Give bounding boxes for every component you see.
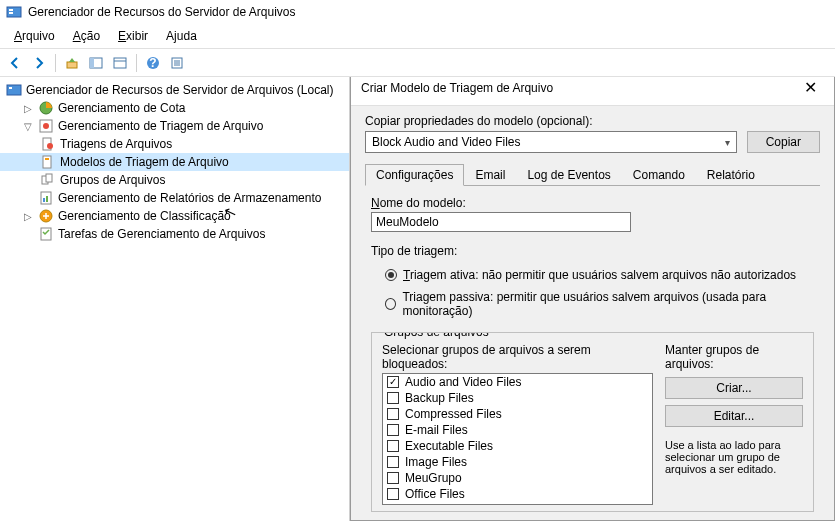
checkbox[interactable] xyxy=(387,488,399,500)
expand-icon[interactable]: ▷ xyxy=(22,211,34,222)
checkbox[interactable] xyxy=(387,408,399,420)
edit-hint: Use a lista ao lado para selecionar um g… xyxy=(665,439,803,475)
app-icon xyxy=(6,4,22,20)
copy-label: Copiar propriedades do modelo (opcional)… xyxy=(365,114,820,128)
name-label: Nome do modelo: xyxy=(371,196,814,210)
tab-email[interactable]: Email xyxy=(464,164,516,186)
checkbox[interactable] xyxy=(387,376,399,388)
server-icon xyxy=(6,82,22,98)
tree-root[interactable]: Gerenciador de Recursos de Servidor de A… xyxy=(0,81,349,99)
svg-rect-24 xyxy=(46,174,52,182)
dialog-body: Copiar propriedades do modelo (opcional)… xyxy=(351,106,834,520)
menu-file[interactable]: Arquivo xyxy=(6,26,63,46)
expand-icon[interactable]: ▷ xyxy=(22,103,34,114)
filegroup-label: Backup Files xyxy=(405,391,474,405)
tree-relatorios-label: Gerenciamento de Relatórios de Armazenam… xyxy=(58,191,321,205)
screen-icon xyxy=(38,118,54,134)
tree-grupos[interactable]: Grupos de Arquivos xyxy=(0,171,349,189)
filegroup-label: Audio and Video Files xyxy=(405,375,522,389)
tree-relatorios[interactable]: Gerenciamento de Relatórios de Armazenam… xyxy=(0,189,349,207)
radio-active-row[interactable]: Triagem ativa: não permitir que usuários… xyxy=(385,268,814,282)
checkbox[interactable] xyxy=(387,440,399,452)
create-group-button[interactable]: Criar... xyxy=(665,377,803,399)
svg-rect-2 xyxy=(9,12,13,14)
checkbox[interactable] xyxy=(387,424,399,436)
template-name-input[interactable] xyxy=(371,212,631,232)
tree-quota-label: Gerenciamento de Cota xyxy=(58,101,185,115)
filegroup-item[interactable]: Executable Files xyxy=(383,438,652,454)
radio-passive[interactable] xyxy=(385,298,396,310)
tree-modelos[interactable]: Modelos de Triagem de Arquivo xyxy=(0,153,349,171)
maintain-label: Manter grupos de arquivos: xyxy=(665,343,803,371)
tree-quota[interactable]: ▷ Gerenciamento de Cota xyxy=(0,99,349,117)
filegroup-item[interactable]: E-mail Files xyxy=(383,422,652,438)
forward-button[interactable] xyxy=(28,52,50,74)
checkbox[interactable] xyxy=(387,392,399,404)
dialog-titlebar: Criar Modelo de Triagem de Arquivo ✕ xyxy=(351,77,834,106)
window-titlebar: Gerenciador de Recursos do Servidor de A… xyxy=(0,0,835,24)
svg-rect-15 xyxy=(9,87,12,89)
tree-tarefas[interactable]: Tarefas de Gerenciamento de Arquivos xyxy=(0,225,349,243)
filegroups-list[interactable]: Audio and Video Files Backup Files Compr… xyxy=(382,373,653,505)
groups-select-label: Selecionar grupos de arquivos a serem bl… xyxy=(382,343,653,371)
tab-config[interactable]: Configurações xyxy=(365,164,464,186)
copy-row: Block Audio and Video Files Copiar xyxy=(365,131,820,153)
filegroup-label: Executable Files xyxy=(405,439,493,453)
copy-template-select[interactable]: Block Audio and Video Files xyxy=(365,131,737,153)
tab-log[interactable]: Log de Eventos xyxy=(516,164,621,186)
tab-comando[interactable]: Comando xyxy=(622,164,696,186)
copy-button[interactable]: Copiar xyxy=(747,131,820,153)
filegroups-left: Selecionar grupos de arquivos a serem bl… xyxy=(382,343,653,505)
tree-root-label: Gerenciador de Recursos de Servidor de A… xyxy=(26,83,334,97)
radio-active[interactable] xyxy=(385,269,397,281)
dialog-title: Criar Modelo de Triagem de Arquivo xyxy=(361,81,553,95)
svg-text:?: ? xyxy=(149,56,156,70)
type-label: Tipo de triagem: xyxy=(371,244,814,258)
filegroup-item[interactable]: Image Files xyxy=(383,454,652,470)
tab-relatorio[interactable]: Relatório xyxy=(696,164,766,186)
checkbox[interactable] xyxy=(387,456,399,468)
edit-group-button[interactable]: Editar... xyxy=(665,405,803,427)
report-icon xyxy=(38,190,54,206)
toolbar-separator-2 xyxy=(136,54,137,72)
file-groups-box: Grupos de arquivos Selecionar grupos de … xyxy=(371,332,814,512)
show-hide-tree-button[interactable] xyxy=(85,52,107,74)
template-icon xyxy=(40,154,56,170)
group-icon xyxy=(40,172,56,188)
tab-content-config: Nome do modelo: Tipo de triagem: Triagem… xyxy=(365,186,820,512)
menu-help[interactable]: Ajuda xyxy=(158,26,205,46)
filegroup-label: Image Files xyxy=(405,455,467,469)
menu-action[interactable]: Ação xyxy=(65,26,108,46)
filegroup-label: Compressed Files xyxy=(405,407,502,421)
menubar: Arquivo Ação Exibir Ajuda xyxy=(0,24,835,49)
radio-passive-row[interactable]: Triagem passiva: permitir que usuários s… xyxy=(385,290,814,318)
close-button[interactable]: ✕ xyxy=(796,78,824,97)
tree-classificacao-label: Gerenciamento de Classificação xyxy=(58,209,231,223)
svg-rect-27 xyxy=(46,196,48,202)
checkbox[interactable] xyxy=(387,472,399,484)
filegroup-item[interactable]: Audio and Video Files xyxy=(383,374,652,390)
tree-triagens[interactable]: Triagens de Arquivos xyxy=(0,135,349,153)
filegroup-item[interactable]: Backup Files xyxy=(383,390,652,406)
svg-rect-21 xyxy=(43,156,51,168)
file-screen-icon xyxy=(40,136,56,152)
collapse-icon[interactable]: ▽ xyxy=(22,121,34,132)
tree-triagem-label: Gerenciamento de Triagem de Arquivo xyxy=(58,119,263,133)
filegroup-item[interactable]: Office Files xyxy=(383,486,652,502)
tree-panel[interactable]: Gerenciador de Recursos de Servidor de A… xyxy=(0,77,350,521)
filegroup-item[interactable]: Compressed Files xyxy=(383,406,652,422)
refresh-button[interactable] xyxy=(166,52,188,74)
tree-triagem[interactable]: ▽ Gerenciamento de Triagem de Arquivo xyxy=(0,117,349,135)
back-button[interactable] xyxy=(4,52,26,74)
tree-classificacao[interactable]: ▷ Gerenciamento de Classificação xyxy=(0,207,349,225)
main-area: Gerenciador de Recursos de Servidor de A… xyxy=(0,77,835,521)
up-button[interactable] xyxy=(61,52,83,74)
properties-button[interactable] xyxy=(109,52,131,74)
radio-passive-label: Triagem passiva: permitir que usuários s… xyxy=(402,290,814,318)
help-button[interactable]: ? xyxy=(142,52,164,74)
menu-view[interactable]: Exibir xyxy=(110,26,156,46)
svg-rect-14 xyxy=(7,85,21,95)
svg-rect-5 xyxy=(90,58,94,68)
filegroup-item[interactable]: MeuGrupo xyxy=(383,470,652,486)
tabs: Configurações Email Log de Eventos Coman… xyxy=(365,163,820,186)
